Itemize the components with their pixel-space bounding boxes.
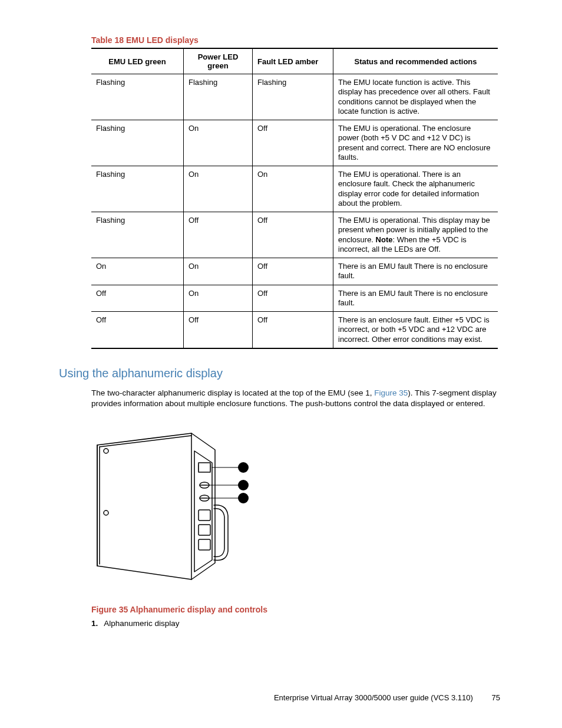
section-heading: Using the alphanumeric display xyxy=(59,367,500,380)
cell: The EMU locate function is active. This … xyxy=(333,74,498,120)
page-footer: Enterprise Virtual Array 3000/5000 user … xyxy=(274,693,500,702)
cell: On xyxy=(184,120,253,166)
footer-page-number: 75 xyxy=(492,693,500,702)
col-header: Fault LED amber xyxy=(253,48,333,74)
col-header: Status and recommended actions xyxy=(333,48,498,74)
svg-point-7 xyxy=(104,510,108,515)
cell: On xyxy=(91,258,184,285)
cell: Flashing xyxy=(91,166,184,212)
cell: Off xyxy=(253,285,333,312)
cell: Flashing xyxy=(184,74,253,120)
table-row: Flashing Flashing Flashing The EMU locat… xyxy=(91,74,498,120)
figure-illustration xyxy=(91,427,500,594)
table-row: Flashing On On The EMU is operational. T… xyxy=(91,166,498,212)
figure-legend: 1.Alphanumeric display xyxy=(91,619,500,628)
section-paragraph: The two-character alphanumeric display i… xyxy=(91,388,500,409)
legend-text: Alphanumeric display xyxy=(104,619,179,628)
cell: Off xyxy=(253,312,333,348)
legend-number: 1. xyxy=(91,619,98,628)
figure-caption: Figure 35 Alphanumeric display and contr… xyxy=(91,605,500,614)
svg-point-12 xyxy=(238,480,249,490)
cell: Off xyxy=(91,312,184,348)
emu-module-icon xyxy=(91,427,274,592)
cell: On xyxy=(184,285,253,312)
table-row: Off On Off There is an EMU fault There i… xyxy=(91,285,498,312)
cell: There is an EMU fault There is no enclos… xyxy=(333,285,498,312)
cell: The EMU is operational. There is an encl… xyxy=(333,166,498,212)
cell: Off xyxy=(184,212,253,258)
cell: Off xyxy=(91,285,184,312)
figure-link[interactable]: Figure 35 xyxy=(374,388,408,397)
table-row: On On Off There is an EMU fault There is… xyxy=(91,258,498,285)
footer-doc-title: Enterprise Virtual Array 3000/5000 user … xyxy=(274,693,473,702)
cell: There is an enclosure fault. Either +5 V… xyxy=(333,312,498,348)
emu-led-table: EMU LED green Power LED green Fault LED … xyxy=(91,48,498,349)
cell: The EMU is operational. This display may… xyxy=(333,212,498,258)
cell: Off xyxy=(253,120,333,166)
svg-point-6 xyxy=(104,449,108,453)
svg-point-13 xyxy=(238,493,249,503)
table-row: Flashing Off Off The EMU is operational.… xyxy=(91,212,498,258)
svg-rect-5 xyxy=(199,539,210,550)
cell: Off xyxy=(184,312,253,348)
cell: Flashing xyxy=(91,74,184,120)
col-header: EMU LED green xyxy=(91,48,184,74)
col-header: Power LED green xyxy=(184,48,253,74)
table-row: Off Off Off There is an enclosure fault.… xyxy=(91,312,498,348)
cell: Flashing xyxy=(91,212,184,258)
svg-rect-3 xyxy=(199,510,210,521)
cell: There is an EMU fault There is no enclos… xyxy=(333,258,498,285)
table-header-row: EMU LED green Power LED green Fault LED … xyxy=(91,48,498,74)
cell: Flashing xyxy=(91,120,184,166)
svg-point-11 xyxy=(238,462,249,473)
cell: Off xyxy=(253,258,333,285)
cell: Off xyxy=(253,212,333,258)
cell: On xyxy=(184,166,253,212)
cell: On xyxy=(253,166,333,212)
cell: On xyxy=(184,258,253,285)
svg-rect-4 xyxy=(199,525,210,535)
cell: Flashing xyxy=(253,74,333,120)
cell: The EMU is operational. The enclosure po… xyxy=(333,120,498,166)
table-row: Flashing On Off The EMU is operational. … xyxy=(91,120,498,166)
table-caption: Table 18 EMU LED displays xyxy=(91,35,500,45)
